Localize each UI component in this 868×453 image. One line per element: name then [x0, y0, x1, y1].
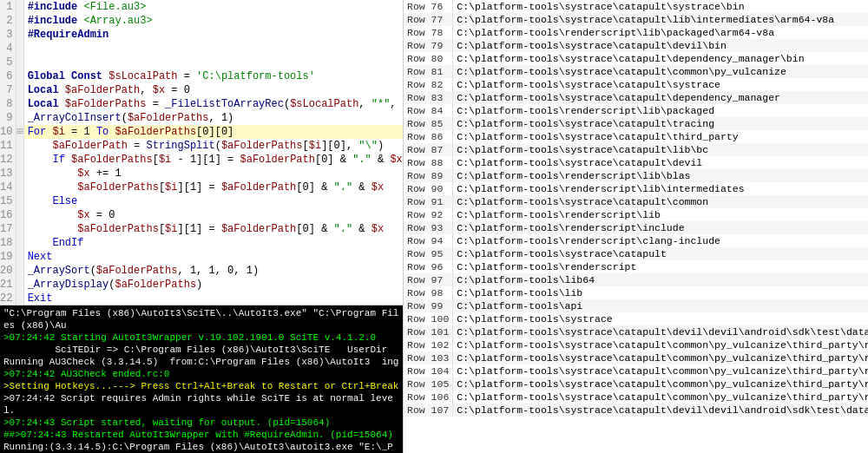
table-row: Row 87C:\platform-tools\systrace\catapul…	[404, 143, 868, 156]
row-label: Row 79	[404, 39, 453, 52]
line-code: For $i = 1 To $aFolderPaths[0][0]	[23, 125, 403, 139]
line-code: $aFolderPath = StringSplit($aFolderPaths…	[23, 139, 403, 153]
line-marker	[16, 42, 23, 56]
code-line-18: 18 EndIf	[0, 236, 403, 250]
row-label: Row 100	[404, 312, 453, 325]
path-value: C:\platform-tools\systrace\catapult\devi…	[453, 156, 868, 169]
path-value: C:\platform-tools\lib	[453, 286, 868, 299]
row-label: Row 85	[404, 117, 453, 130]
path-value: C:\platform-tools\systrace	[453, 312, 868, 325]
code-line-16: 16 $x = 0	[0, 208, 403, 222]
line-number: 13	[0, 167, 16, 181]
path-value: C:\platform-tools\systrace\catapult\comm…	[453, 391, 868, 404]
path-value: C:\platform-tools\systrace\catapult\thir…	[453, 130, 868, 143]
path-value: C:\platform-tools\systrace\catapult\comm…	[453, 378, 868, 391]
table-row: Row 91C:\platform-tools\systrace\catapul…	[404, 195, 868, 208]
table-row: Row 101C:\platform-tools\systrace\catapu…	[404, 325, 868, 338]
path-value: C:\platform-tools\renderscript\include	[453, 221, 868, 234]
table-row: Row 96C:\platform-tools\renderscript3.3	[404, 260, 868, 273]
table-row: Row 106C:\platform-tools\systrace\catapu…	[404, 391, 868, 404]
console-line: >Setting Hotkeys...---> Press Ctrl+Alt+B…	[3, 380, 399, 392]
table-row: Row 89C:\platform-tools\renderscript\lib…	[404, 169, 868, 182]
code-line-8: 8Local $aFolderPaths = _FileListToArrayR…	[0, 97, 403, 111]
code-line-19: 19Next	[0, 250, 403, 264]
line-number: 10	[0, 125, 16, 139]
line-marker: ⊞	[16, 125, 23, 139]
path-value: C:\platform-tools\systrace\catapult\comm…	[453, 195, 868, 208]
line-code: Else	[23, 194, 403, 208]
line-number: 11	[0, 139, 16, 153]
right-panel: Row 76C:\platform-tools\systrace\catapul…	[404, 0, 868, 453]
line-code: Next	[23, 250, 403, 264]
line-code: Exit	[23, 292, 403, 305]
console-line: >07:24:42 AU3Check ended.rc:0	[3, 368, 399, 380]
path-value: C:\platform-tools\systrace\catapult\syst…	[453, 78, 868, 91]
console-line: >07:24:42 Starting AutoIt3Wrapper v.19.1…	[3, 332, 399, 344]
code-editor[interactable]: 1#include <File.au3>2#include <Array.au3…	[0, 0, 403, 305]
line-code: $x += 1	[23, 167, 403, 181]
path-value: C:\platform-tools\systrace\catapult\lib\…	[453, 13, 868, 26]
line-number: 3	[0, 28, 16, 42]
line-number: 2	[0, 14, 16, 28]
path-value: C:\platform-tools\renderscript\lib\inter…	[453, 182, 868, 195]
code-line-1: 1#include <File.au3>	[0, 0, 403, 14]
console-line: Running:(3.3.14.5):C:\Program Files (x86…	[3, 441, 399, 453]
console-line: "C:\Program Files (x86)\AutoIt3\SciTE\..…	[3, 307, 399, 332]
table-row: Row 107C:\platform-tools\systrace\catapu…	[404, 404, 868, 417]
code-line-11: 11 $aFolderPath = StringSplit($aFolderPa…	[0, 139, 403, 153]
code-line-7: 7Local $aFolderPath, $x = 0	[0, 83, 403, 97]
data-table-container[interactable]: Row 76C:\platform-tools\systrace\catapul…	[404, 0, 868, 453]
table-row: Row 97C:\platform-tools\lib643.2	[404, 273, 868, 286]
line-number: 17	[0, 222, 16, 236]
path-value: C:\platform-tools\systrace\catapult\depe…	[453, 52, 868, 65]
code-line-10: 10⊞For $i = 1 To $aFolderPaths[0][0]	[0, 125, 403, 139]
line-number: 6	[0, 69, 16, 83]
code-line-15: 15 Else	[0, 194, 403, 208]
code-line-14: 14 $aFolderPaths[$i][1] = $aFolderPath[0…	[0, 181, 403, 194]
left-panel: 1#include <File.au3>2#include <Array.au3…	[0, 0, 404, 453]
line-marker	[16, 292, 23, 305]
table-row: Row 84C:\platform-tools\renderscript\lib…	[404, 104, 868, 117]
line-marker	[16, 14, 23, 28]
path-value: C:\platform-tools\systrace\catapult\devi…	[453, 39, 868, 52]
code-line-22: 22Exit	[0, 292, 403, 305]
line-number: 14	[0, 181, 16, 194]
line-marker	[16, 97, 23, 111]
line-number: 4	[0, 42, 16, 56]
line-marker	[16, 56, 23, 69]
line-marker	[16, 222, 23, 236]
path-value: C:\platform-tools\renderscript	[453, 260, 868, 273]
line-number: 1	[0, 0, 16, 14]
row-label: Row 78	[404, 26, 453, 39]
row-label: Row 93	[404, 221, 453, 234]
row-label: Row 92	[404, 208, 453, 221]
path-value: C:\platform-tools\systrace\catapult\devi…	[453, 404, 868, 417]
table-row: Row 77C:\platform-tools\systrace\catapul…	[404, 13, 868, 26]
line-number: 20	[0, 264, 16, 278]
table-row: Row 80C:\platform-tools\systrace\catapul…	[404, 52, 868, 65]
row-label: Row 83	[404, 91, 453, 104]
table-row: Row 81C:\platform-tools\systrace\catapul…	[404, 65, 868, 78]
line-code: _ArrayColInsert($aFolderPaths, 1)	[23, 111, 403, 125]
line-number: 8	[0, 97, 16, 111]
line-marker	[16, 208, 23, 222]
row-label: Row 106	[404, 391, 453, 404]
row-label: Row 77	[404, 13, 453, 26]
line-code: _ArraySort($aFolderPaths, 1, 1, 0, 1)	[23, 264, 403, 278]
row-label: Row 101	[404, 325, 453, 338]
line-code: Local $aFolderPath, $x = 0	[23, 83, 403, 97]
console-line: SciTEDir => C:\Program Files (x86)\AutoI…	[3, 344, 399, 356]
code-line-6: 6Global Const $sLocalPath = 'C:\platform…	[0, 69, 403, 83]
line-code	[23, 56, 403, 69]
data-table: Row 76C:\platform-tools\systrace\catapul…	[404, 0, 868, 417]
table-row: Row 85C:\platform-tools\systrace\catapul…	[404, 117, 868, 130]
code-line-13: 13 $x += 1	[0, 167, 403, 181]
line-marker	[16, 139, 23, 153]
code-line-3: 3#RequireAdmin	[0, 28, 403, 42]
line-code: $aFolderPaths[$i][1] = $aFolderPath[0] &…	[23, 181, 403, 194]
line-number: 21	[0, 278, 16, 292]
line-code: EndIf	[23, 236, 403, 250]
path-value: C:\platform-tools\systrace\catapult\lib\…	[453, 143, 868, 156]
line-marker	[16, 236, 23, 250]
line-number: 19	[0, 250, 16, 264]
